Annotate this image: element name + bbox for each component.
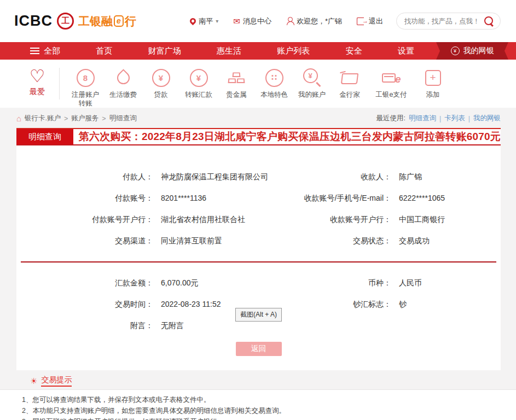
empty-label (287, 315, 391, 336)
tip-item: 2、本功能只支持查询账户明细，如您需要查询具体交易的明细信息请到相关交易查询。 (22, 405, 505, 416)
plus-glyph: + (430, 72, 436, 84)
breadcrumb-bank-card[interactable]: 银行卡.账户 (25, 114, 61, 123)
brand-suffix: 行 (125, 14, 136, 29)
shortcut-epay[interactable]: e 工银e支付 (372, 67, 411, 100)
shortcuts-bar: ♡ 最爱 8 注册账户转账 生活缴费 ¥ 贷款 ¥ 转账汇款 (0, 60, 516, 108)
nav-wealth-plaza[interactable]: 财富广场 (148, 46, 181, 56)
shortcut-add[interactable]: + 添加 (417, 67, 449, 100)
tips-list: 1、您可以将查询结果下载，并保存到文本或电子表格文件中。 2、本功能只支持查询账… (0, 390, 516, 420)
breadcrumb-detail-query[interactable]: 明细查询 (109, 114, 137, 123)
envelope-icon: ✉ (233, 17, 240, 25)
shortcut-gold-expert[interactable]: 金行家 (334, 67, 366, 100)
memo-label: 附言： (16, 315, 153, 336)
epay-card-icon: e (372, 67, 411, 89)
icbc-emblem-icon: 工 (57, 13, 74, 30)
icbc-wordmark: ICBC (14, 13, 53, 30)
shortcut-my-account[interactable]: ¥ 我的账户 (296, 67, 328, 100)
logout-icon (357, 18, 364, 25)
shortcut-label: 金行家 (334, 91, 366, 100)
currency-value: 人民币 (391, 272, 501, 294)
water-drop-icon (107, 67, 139, 89)
payee-account-value: 6222****1065 (391, 188, 501, 209)
transfer-remit-icon: ¥ (183, 67, 214, 89)
payer-account-value: 8201****1136 (153, 188, 287, 209)
yuan-glyph: ¥ (308, 72, 312, 80)
local-feature-icon: ∷ (258, 67, 290, 89)
shortcut-loan[interactable]: ¥ 贷款 (145, 67, 177, 100)
tips-title: 交易提示 (41, 375, 72, 387)
page-root: ICBC 工 工银融e行 南平 ▾ ✉ 消息中心 欢迎您，*广锦 退出 (0, 0, 516, 420)
search-icon[interactable] (484, 16, 494, 26)
transaction-title: 第六次购买：2022年8月23日湖北咸宁客户购买保温压边机三台发内蒙古阿拉善转账… (73, 129, 501, 144)
shortcut-register-transfer[interactable]: 8 注册账户转账 (69, 67, 101, 108)
favorites-item[interactable]: ♡ 最爱 (23, 67, 51, 97)
header-right: 南平 ▾ ✉ 消息中心 欢迎您，*广锦 退出 (175, 13, 501, 30)
nav-items: 全部 首页 财富广场 惠生活 账户列表 安全 设置 (0, 42, 436, 60)
breadcrumb-account-service[interactable]: 账户服务 (71, 114, 98, 123)
shortcut-list: 8 注册账户转账 生活缴费 ¥ 贷款 ¥ 转账汇款 贵金属 (69, 67, 449, 108)
shortcut-label: 工银e支付 (372, 91, 411, 100)
amount-value: 6,070.00元 (153, 272, 287, 294)
location-pin-icon (189, 17, 198, 26)
shortcut-precious-metal[interactable]: 贵金属 (221, 67, 252, 100)
yuan-glyph: ¥ (159, 73, 163, 83)
recent-link-my-bank[interactable]: 我的网银 (473, 114, 501, 123)
recent-link-detail-query[interactable]: 明细查询 (409, 114, 436, 123)
shortcut-label: 生活缴费 (107, 91, 139, 100)
pipe-separator: | (439, 115, 441, 122)
tips-section: ☀ 交易提示 1、您可以将查询结果下载，并保存到文本或电子表格文件中。 2、本功… (0, 370, 516, 420)
recent-used: 最近使用: 明细查询 | 卡列表 | 我的网银 (376, 114, 501, 123)
bulb-icon: ☀ (30, 377, 37, 385)
shortcut-label: 注册账户转账 (69, 91, 101, 108)
empty-value (391, 315, 501, 336)
nav-account-list[interactable]: 账户列表 (277, 46, 310, 56)
breadcrumb-separator: > (64, 115, 68, 122)
yuan-glyph: ¥ (454, 48, 456, 54)
emblem-glyph: 工 (61, 16, 69, 26)
breadcrumb: ⌂ 银行卡.账户 > 账户服务 > 明细查询 (16, 114, 137, 123)
payee-label: 收款人： (287, 166, 391, 188)
shortcut-transfer-remit[interactable]: ¥ 转账汇款 (183, 67, 214, 100)
divider (59, 68, 60, 100)
location-label: 南平 (199, 16, 213, 26)
payee-bank-value: 中国工商银行 (391, 209, 501, 230)
nav-settings[interactable]: 设置 (398, 46, 414, 56)
brand-e-icon: e (114, 15, 124, 26)
status-value: 交易成功 (391, 230, 501, 252)
shortcut-utility-payment[interactable]: 生活缴费 (107, 67, 139, 100)
menu-icon (30, 48, 39, 54)
breadcrumb-row: ⌂ 银行卡.账户 > 账户服务 > 明细查询 最近使用: 明细查询 | 卡列表 … (0, 108, 516, 128)
tab-detail-query[interactable]: 明细查询 (16, 129, 73, 144)
shortcut-label: 我的账户 (296, 91, 328, 100)
nav-my-bank[interactable]: ¥ 我的网银 (436, 42, 508, 60)
recent-label: 最近使用: (376, 114, 405, 123)
breadcrumb-separator: > (102, 115, 106, 122)
nav-life[interactable]: 惠生活 (217, 46, 241, 56)
back-button[interactable]: 返回 (236, 342, 282, 356)
icbc-logo[interactable]: ICBC 工 工银融e行 (14, 13, 136, 30)
favorites-label: 最爱 (23, 87, 51, 97)
welcome-label: 欢迎您，*广锦 (297, 16, 342, 26)
shortcut-label: 贷款 (145, 91, 177, 100)
recent-link-card-list[interactable]: 卡列表 (444, 114, 465, 123)
nav-all[interactable]: 全部 (30, 46, 60, 56)
logout-link[interactable]: 退出 (357, 16, 383, 26)
channel-label: 交易渠道： (16, 230, 153, 252)
currency-label: 币种： (287, 272, 391, 294)
money-bag-icon: ¥ (451, 46, 460, 55)
card-header-band: 明细查询 第六次购买：2022年8月23日湖北咸宁客户购买保温压边机三台发内蒙古… (16, 129, 501, 145)
status-label: 交易状态： (287, 230, 391, 252)
my-bank-label: 我的网银 (463, 46, 494, 56)
shortcut-local-feature[interactable]: ∷ 本地特色 (258, 67, 290, 100)
message-center-link[interactable]: ✉ 消息中心 (233, 16, 271, 26)
shortcut-label: 添加 (417, 91, 449, 100)
search-box (396, 13, 501, 30)
welcome-user[interactable]: 欢迎您，*广锦 (286, 16, 342, 26)
location-selector[interactable]: 南平 ▾ (190, 16, 218, 26)
nav-home[interactable]: 首页 (96, 46, 112, 56)
tip-item: 3、网银互联账户明细由开户银行提供，如有疑问请联系开户银行。 (22, 416, 505, 420)
shopping-cart-icon (334, 67, 366, 89)
search-input[interactable] (404, 18, 480, 25)
nav-all-label: 全部 (44, 46, 60, 56)
nav-security[interactable]: 安全 (346, 46, 362, 56)
